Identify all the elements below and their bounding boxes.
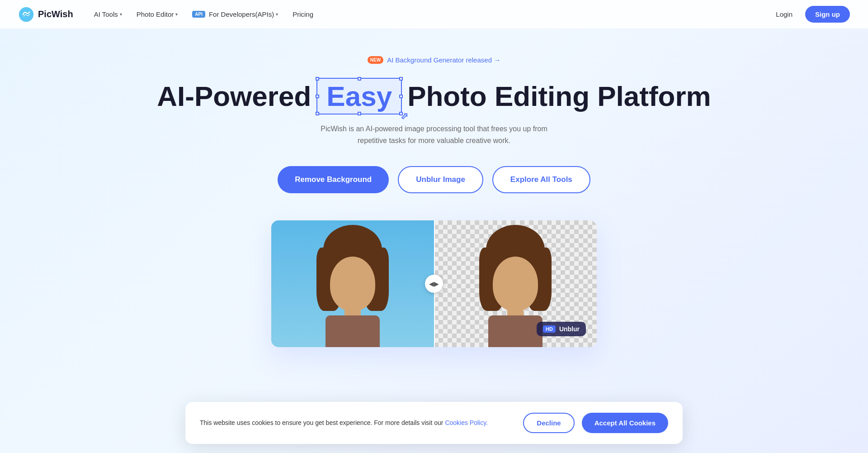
unblur-label: Unblur [559,325,580,333]
cta-buttons: Remove Background Unblur Image Explore A… [278,166,590,193]
nav-pricing-label: Pricing [292,10,313,18]
cookies-policy-link[interactable]: Cookies Policy. [445,419,488,426]
woman-body [326,315,380,347]
slider-arrows-icon: ◀▶ [429,280,439,287]
demo-container: ◀▶ HD Unblur [271,220,597,347]
nav-developers-label: For Developers(APIs) [209,10,274,18]
slider-handle[interactable]: ◀▶ [425,275,443,293]
woman-head-right-panel [493,257,538,311]
nav-pricing[interactable]: Pricing [286,7,320,22]
nav-auth: Login Sign up [770,6,850,23]
hd-unblur-badge: HD Unblur [537,322,586,336]
accept-all-cookies-button[interactable]: Accept All Cookies [582,413,668,433]
explore-all-tools-button[interactable]: Explore All Tools [492,166,590,193]
navbar: PicWish AI Tools ▾ Photo Editor ▾ API Fo… [0,0,868,29]
easy-word-container: Easy ⬁ [316,80,402,112]
cursor-icon: ⬁ [401,111,408,121]
resize-handle-ml [316,95,319,98]
headline-before: AI-Powered [157,80,311,112]
cookie-buttons: Decline Accept All Cookies [523,413,668,433]
nav-links: AI Tools ▾ Photo Editor ▾ API For Develo… [88,7,771,22]
resize-handle-mr [399,95,403,98]
hero-subtitle: PicWish is an AI-powered image processin… [316,123,552,146]
nav-photo-editor-label: Photo Editor [137,10,174,18]
resize-handle-tr [399,77,403,81]
cookie-banner: This website uses cookies to ensure you … [185,402,683,444]
nav-ai-tools[interactable]: AI Tools ▾ [88,7,128,22]
demo-left-panel [271,220,434,347]
chevron-down-icon: ▾ [120,12,122,17]
decline-button[interactable]: Decline [523,413,574,433]
resize-handle-tc [358,77,361,81]
headline-after: Photo Editing Platform [407,80,711,112]
api-badge: API [192,11,205,18]
signup-button[interactable]: Sign up [805,6,850,23]
nav-developers[interactable]: API For Developers(APIs) ▾ [186,7,284,22]
picwish-logo-icon [18,6,34,23]
login-button[interactable]: Login [770,7,798,22]
resize-handle-bc [358,112,361,115]
chevron-down-icon: ▾ [175,12,178,17]
announcement-text: AI Background Generator released → [387,56,500,64]
headline-highlight: Easy [326,81,392,112]
announcement-bar[interactable]: NEW AI Background Generator released → [368,56,500,64]
hd-tag: HD [543,325,556,333]
brand-name: PicWish [38,9,73,19]
hero-headline: AI-Powered Easy ⬁ Photo Editing Platform [157,80,711,112]
resize-handle-bl [316,112,319,115]
resize-handle-tl [316,77,319,81]
hero-section: NEW AI Background Generator released → A… [0,29,868,347]
nav-ai-tools-label: AI Tools [94,10,118,18]
unblur-image-button[interactable]: Unblur Image [398,166,483,193]
remove-background-button[interactable]: Remove Background [278,166,389,193]
woman-body-right-panel [488,315,542,347]
woman-original [289,220,416,347]
nav-photo-editor[interactable]: Photo Editor ▾ [130,7,184,22]
chevron-down-icon: ▾ [276,12,278,17]
cookie-text: This website uses cookies to ensure you … [200,418,509,428]
new-badge: NEW [368,56,383,64]
demo-image-wrapper: ◀▶ HD Unblur [271,220,597,347]
easy-box: Easy [316,78,402,114]
logo-area[interactable]: PicWish [18,6,73,23]
cookie-text-content: This website uses cookies to ensure you … [200,419,443,426]
woman-head [330,257,375,311]
